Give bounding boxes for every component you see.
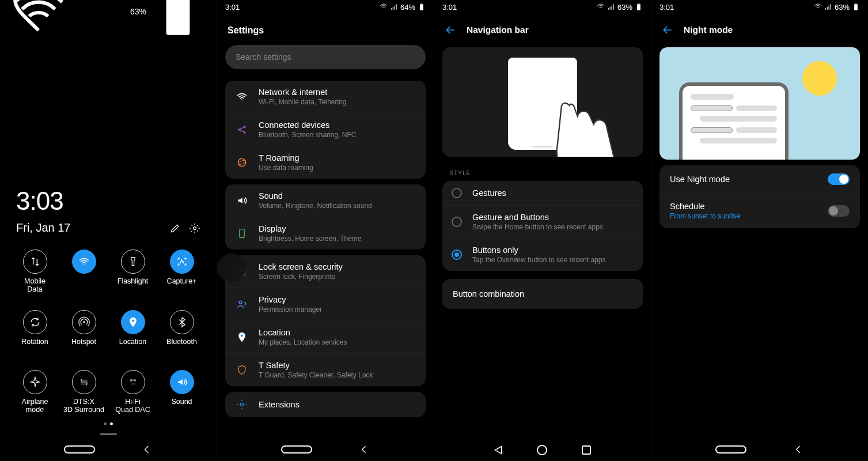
svg-point-4 xyxy=(131,319,134,322)
toggle-switch[interactable] xyxy=(828,205,850,217)
settings-row-privacy[interactable]: PrivacyPermission manager xyxy=(225,288,426,320)
flashlight-icon xyxy=(121,250,145,274)
back-button[interactable] xyxy=(141,444,153,455)
home-button[interactable] xyxy=(537,445,547,455)
home-button[interactable] xyxy=(281,445,312,454)
sun-icon xyxy=(802,61,837,96)
night-mode-row[interactable]: ScheduleFrom sunset to sunrise xyxy=(659,193,860,228)
status-time: 3:01 xyxy=(442,3,457,12)
back-arrow-icon[interactable] xyxy=(445,24,456,36)
back-button[interactable] xyxy=(494,445,502,455)
sound-icon xyxy=(233,195,251,206)
back-arrow-icon[interactable] xyxy=(662,24,673,36)
row-title: Network & internet xyxy=(259,88,347,97)
page-title: Navigation bar xyxy=(467,25,529,35)
wifi-icon xyxy=(380,3,388,11)
settings-row-sound[interactable]: SoundVolume, Ringtone, Notification soun… xyxy=(225,184,426,217)
settings-row-roaming[interactable]: T RoamingUse data roaming xyxy=(225,146,426,179)
row-subtitle: Bluetooth, Screen sharing, NFC xyxy=(259,131,356,139)
back-button[interactable] xyxy=(358,444,370,455)
gear-icon[interactable] xyxy=(189,222,200,234)
row-title: Privacy xyxy=(259,295,322,304)
status-bar: 3:01 64% xyxy=(217,0,434,14)
night-mode-settings: 3:01 63% Night mode Use Night modeSchedu… xyxy=(651,0,868,461)
qs-tile-airplane[interactable]: Airplanemode xyxy=(10,370,59,414)
style-option[interactable]: Gesture and ButtonsSwipe the Home button… xyxy=(442,205,643,238)
qs-tile-dts[interactable]: DTS:X3D Surround xyxy=(59,370,108,414)
nav-bar xyxy=(651,444,868,455)
edit-icon[interactable] xyxy=(169,222,181,234)
search-input[interactable]: Search settings xyxy=(225,45,426,69)
qs-tile-hifi[interactable]: Hi-FiHi-FiQuad DAC xyxy=(108,370,157,414)
style-option[interactable]: Buttons onlyTap the Overview button to s… xyxy=(442,238,643,271)
settings-row-wifi[interactable]: Network & internetWi-Fi, Mobile data, Te… xyxy=(225,81,426,113)
home-button[interactable] xyxy=(64,445,95,454)
night-mode-row[interactable]: Use Night mode xyxy=(659,165,860,193)
toggle-switch[interactable] xyxy=(828,173,850,185)
shield-icon xyxy=(233,364,251,376)
status-time: 3:01 xyxy=(659,3,674,12)
signal-icon xyxy=(607,3,615,11)
share-icon xyxy=(233,124,251,135)
status-bar: 63% xyxy=(0,0,217,20)
drag-handle[interactable] xyxy=(100,433,117,435)
qs-label: Airplanemode xyxy=(22,398,48,414)
back-button[interactable] xyxy=(793,444,804,455)
row-title: Schedule xyxy=(670,202,740,211)
qs-tile-bluetooth[interactable]: Bluetooth xyxy=(157,310,206,354)
qs-tile-rotation[interactable]: Rotation xyxy=(10,310,59,354)
settings-row-location[interactable]: LocationMy places, Location services xyxy=(225,320,426,353)
settings-row-share[interactable]: Connected devicesBluetooth, Screen shari… xyxy=(225,113,426,146)
bluetooth-icon xyxy=(170,310,194,334)
home-button[interactable] xyxy=(715,445,746,454)
status-bar: 3:01 63% xyxy=(434,0,651,14)
qs-tile-flashlight[interactable]: Flashlight xyxy=(108,250,157,294)
radio-button[interactable] xyxy=(452,188,462,198)
row-subtitle: Screen lock, Fingerprints xyxy=(259,273,343,281)
settings-row-ext[interactable]: Extensions xyxy=(225,392,426,417)
qs-tile-location[interactable]: Location xyxy=(108,310,157,354)
dts-icon xyxy=(72,370,96,394)
qs-label: Bluetooth xyxy=(166,338,197,354)
style-option[interactable]: Gestures xyxy=(442,181,643,205)
floating-hint xyxy=(217,254,246,282)
qs-tile-mobile-data[interactable]: MobileData xyxy=(10,250,59,294)
rotation-icon xyxy=(23,310,47,334)
row-subtitle: T Guard, Safety Cleaner, Safety Lock xyxy=(259,371,373,379)
battery-percent: 63% xyxy=(130,7,146,16)
overview-button[interactable] xyxy=(582,445,591,455)
option-title: Gestures xyxy=(472,188,506,198)
settings-list: 3:01 64% Settings Search settings Networ… xyxy=(217,0,434,461)
qs-tile-wifi[interactable] xyxy=(59,250,108,294)
battery-icon xyxy=(418,3,426,11)
svg-point-6 xyxy=(130,383,131,384)
qs-tile-sound[interactable]: Sound xyxy=(157,370,206,414)
radio-button[interactable] xyxy=(452,250,462,260)
row-title: Lock screen & security xyxy=(259,262,343,271)
location-icon xyxy=(121,310,145,334)
qs-tile-capture[interactable]: Capture+ xyxy=(157,250,206,294)
button-combination-row[interactable]: Button combination xyxy=(442,279,643,309)
settings-row-display[interactable]: DisplayBrightness, Home screen, Theme xyxy=(225,217,426,250)
ext-icon xyxy=(233,399,251,410)
qs-label: Flashlight xyxy=(117,277,149,293)
settings-row-shield[interactable]: T SafetyT Guard, Safety Cleaner, Safety … xyxy=(225,353,426,386)
svg-point-13 xyxy=(244,131,245,133)
row-title: Connected devices xyxy=(259,120,356,130)
row-subtitle: My places, Location services xyxy=(259,338,347,346)
svg-rect-22 xyxy=(638,3,639,4)
radio-button[interactable] xyxy=(452,217,462,227)
wifi-icon xyxy=(233,91,251,103)
mobile-data-icon xyxy=(23,250,47,274)
wifi-icon xyxy=(814,3,822,11)
svg-point-3 xyxy=(83,321,85,323)
quick-settings-panel: 63% 3:03 Fri, Jan 17 MobileDataFlashligh… xyxy=(0,0,217,461)
battery-percent: 64% xyxy=(400,3,415,12)
qs-tile-hotspot[interactable]: Hotspot xyxy=(59,310,108,354)
svg-rect-24 xyxy=(855,3,856,4)
row-title: Location xyxy=(259,328,347,337)
row-subtitle: Volume, Ringtone, Notification sound xyxy=(259,202,372,210)
page-title: Night mode xyxy=(684,25,733,35)
battery-percent: 63% xyxy=(617,3,632,12)
settings-row-lock[interactable]: Lock screen & securityScreen lock, Finge… xyxy=(225,255,426,288)
